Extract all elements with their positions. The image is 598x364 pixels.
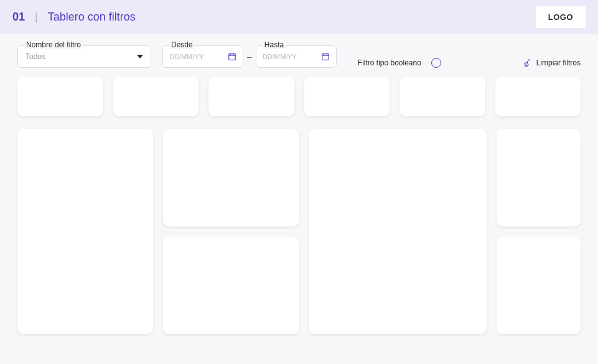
top-row	[17, 77, 581, 116]
svg-rect-4	[322, 54, 329, 60]
page-header: 01 | Tablero con filtros LOGO	[0, 0, 598, 34]
filter-select-group: Nombre del filtro Todos	[17, 45, 151, 68]
svg-line-8	[527, 59, 530, 62]
boolean-radio[interactable]	[431, 58, 441, 68]
date-from-label: Desde	[169, 40, 195, 49]
date-range-group: Desde DD/MM/YY – Hasta DD/MM/YY	[162, 45, 337, 68]
col-stack	[497, 129, 581, 334]
svg-line-9	[525, 66, 525, 67]
header-left: 01 | Tablero con filtros	[12, 11, 136, 24]
filters-bar: Nombre del filtro Todos Desde DD/MM/YY –…	[0, 34, 598, 77]
boolean-filter: Filtro tipo booleano	[358, 58, 441, 68]
date-to-wrapper: Hasta DD/MM/YY	[256, 45, 337, 68]
date-separator: –	[247, 52, 252, 62]
filter-select-value: Todos	[26, 52, 45, 61]
card-medium	[497, 236, 581, 334]
page-title: Tablero con filtros	[48, 11, 136, 24]
date-to-placeholder: DD/MM/YY	[263, 53, 297, 60]
clear-filters-label: Limpiar filtros	[536, 58, 581, 67]
clear-filters-button[interactable]: Limpiar filtros	[523, 58, 581, 68]
filter-select-label: Nombre del filtro	[24, 40, 83, 49]
card-large	[17, 129, 153, 334]
svg-rect-0	[229, 54, 236, 60]
page-number: 01	[12, 11, 25, 24]
col-stack	[163, 129, 299, 334]
card-medium	[497, 129, 581, 226]
boolean-filter-label: Filtro tipo booleano	[358, 58, 421, 67]
broom-icon	[523, 58, 533, 68]
bottom-row	[17, 129, 581, 334]
card-small	[304, 77, 390, 116]
header-divider: |	[35, 11, 38, 24]
card-small	[113, 77, 199, 116]
card-small	[208, 77, 294, 116]
card-small	[399, 77, 485, 116]
date-from-wrapper: Desde DD/MM/YY	[162, 45, 243, 68]
card-medium	[163, 236, 299, 334]
date-from-placeholder: DD/MM/YY	[169, 53, 203, 60]
logo: LOGO	[536, 6, 586, 28]
card-small	[17, 77, 103, 116]
card-medium	[163, 129, 299, 226]
dashboard-grid	[0, 77, 598, 347]
date-to-label: Hasta	[262, 40, 286, 49]
svg-line-10	[526, 67, 526, 68]
calendar-icon	[321, 52, 330, 61]
card-small	[495, 77, 581, 116]
calendar-icon	[228, 52, 236, 61]
chevron-down-icon	[137, 55, 143, 58]
card-large	[309, 129, 487, 334]
